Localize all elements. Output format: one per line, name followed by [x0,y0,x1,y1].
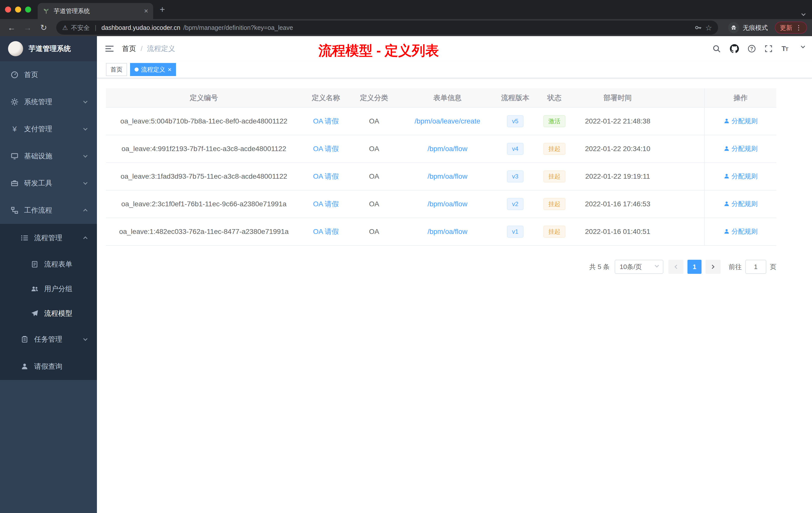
fullscreen-icon[interactable] [764,45,773,53]
assign-rule-button[interactable]: 分配规则 [724,117,758,125]
col-definition-id: 定义编号 [106,88,302,108]
tag-process-definition[interactable]: 流程定义 × [130,63,176,76]
sidebar-item-home[interactable]: 首页 [0,61,97,88]
col-process-version: 流程版本 [497,88,534,108]
definition-name-link[interactable]: OA 请假 [313,117,339,125]
key-icon[interactable] [694,24,702,32]
cell-deploy-time: 2022-01-22 20:34:10 [575,135,660,163]
address-bar[interactable]: ⚠ 不安全 | dashboard.yudao.iocoder.cn/bpm/m… [56,21,718,35]
sidebar-item-task-manage[interactable]: 任务管理 [0,326,97,353]
sidebar-item-user-group[interactable]: 用户分组 [0,277,97,301]
chevron-down-icon [83,153,88,158]
tab-search-chevron-icon[interactable] [802,8,805,17]
page-size-select[interactable]: 10条/页 [615,260,663,274]
goto-page-input[interactable] [745,260,766,274]
omnibox-divider: | [95,24,96,31]
tag-home[interactable]: 首页 [106,63,127,76]
table-row: oa_leave:5:004b710b-7b8a-11ec-8ef0-acde4… [106,108,776,135]
annotation-title: 流程模型 - 定义列表 [318,42,439,60]
navbar-actions: ? TT [712,44,804,53]
search-icon[interactable] [712,44,721,53]
form-link[interactable]: /bpm/oa/flow [428,173,467,180]
form-link[interactable]: /bpm/oa/flow [428,200,467,208]
form-link[interactable]: /bpm/oa/leave/create [414,117,480,125]
chevron-down-icon [83,180,88,185]
maximize-window-button[interactable] [25,6,31,12]
url-host: dashboard.yudao.iocoder.cn [102,24,180,31]
version-badge: v2 [507,198,523,210]
next-page-button[interactable] [705,260,721,274]
person-icon [20,363,29,370]
security-warning-icon[interactable]: ⚠ [62,24,68,31]
reload-button[interactable]: ↻ [37,23,50,32]
cell-category: OA [350,190,398,218]
sidebar-item-process-model[interactable]: 流程模型 [0,301,97,326]
form-link[interactable]: /bpm/oa/flow [428,228,467,235]
sidebar: 芋道管理系统 首页 系统管理 ¥ 支付管理 [0,36,97,513]
cell-id: oa_leave:5:004b710b-7b8a-11ec-8ef0-acde4… [106,108,302,135]
breadcrumb-home[interactable]: 首页 [122,44,136,54]
github-icon[interactable] [730,44,739,53]
tab-title: 芋道管理系统 [54,7,140,15]
font-size-icon[interactable]: TT [782,45,788,53]
prev-page-button[interactable] [668,260,684,274]
close-window-button[interactable] [5,6,11,12]
titlebar: 芋道管理系统 × + [0,0,812,19]
table-row: oa_leave:2:3c1f0ef1-76b1-11ec-9c66-a2380… [106,190,776,218]
definition-name-link[interactable]: OA 请假 [313,173,339,180]
assign-rule-button[interactable]: 分配规则 [724,172,758,181]
help-icon[interactable]: ? [748,45,755,53]
sidebar-item-process-manage[interactable]: 流程管理 [0,224,97,252]
app-logo[interactable]: 芋道管理系统 [0,36,97,61]
form-link[interactable]: /bpm/oa/flow [428,145,467,153]
chevron-up-icon [83,236,88,241]
workflow-submenu: 流程管理 流程表单 用户分组 [0,224,97,380]
browser-tab[interactable]: 芋道管理系统 × [38,3,153,19]
sidebar-item-leave-query[interactable]: 请假查询 [0,353,97,380]
back-button[interactable]: ← [5,23,18,32]
definition-name-link[interactable]: OA 请假 [313,145,339,153]
assign-rule-button[interactable]: 分配规则 [724,144,758,153]
hamburger-icon[interactable] [105,45,114,53]
cell-id: oa_leave:2:3c1f0ef1-76b1-11ec-9c66-a2380… [106,190,302,218]
toolbox-icon [10,179,19,187]
app-title: 芋道管理系统 [29,44,71,54]
browser-menu-icon[interactable]: ⋮ [795,24,802,32]
goto-unit: 页 [770,263,776,271]
status-badge: 挂起 [543,225,566,237]
definition-name-link[interactable]: OA 请假 [313,228,339,235]
col-form-info: 表单信息 [398,88,497,108]
bookmark-star-icon[interactable]: ☆ [705,23,712,32]
col-definition-name: 定义名称 [302,88,350,108]
window-controls [5,6,31,12]
form-icon [30,261,39,268]
logo-avatar [8,41,23,56]
user-group-icon [30,285,39,293]
sidebar-item-workflow[interactable]: 工作流程 [0,197,97,224]
cell-category: OA [350,163,398,190]
col-filler [660,88,704,108]
new-tab-button[interactable]: + [160,5,165,14]
sidebar-item-infrastructure[interactable]: 基础设施 [0,143,97,170]
chevron-up-icon [83,209,88,213]
current-page-button[interactable]: 1 [688,260,701,274]
sidebar-item-system[interactable]: 系统管理 [0,88,97,116]
forward-button[interactable]: → [21,23,34,32]
paper-plane-icon [30,310,39,317]
sidebar-item-devtools[interactable]: 研发工具 [0,170,97,197]
browser-update-button[interactable]: 更新 ⋮ [775,22,807,34]
tab-close-icon[interactable]: × [144,7,148,15]
minimize-window-button[interactable] [15,6,21,12]
browser-toolbar: ← → ↻ ⚠ 不安全 | dashboard.yudao.iocoder.cn… [0,19,812,36]
assign-rule-button[interactable]: 分配规则 [724,200,758,208]
definition-name-link[interactable]: OA 请假 [313,200,339,208]
update-label: 更新 [780,24,792,32]
assign-rule-button[interactable]: 分配规则 [724,227,758,236]
breadcrumb-separator: / [141,45,143,53]
monitor-icon [10,152,19,160]
col-deploy-time: 部署时间 [575,88,660,108]
sidebar-item-process-form[interactable]: 流程表单 [0,252,97,277]
security-label: 不安全 [71,24,90,32]
tag-close-icon[interactable]: × [168,66,172,73]
sidebar-item-payment[interactable]: ¥ 支付管理 [0,116,97,143]
